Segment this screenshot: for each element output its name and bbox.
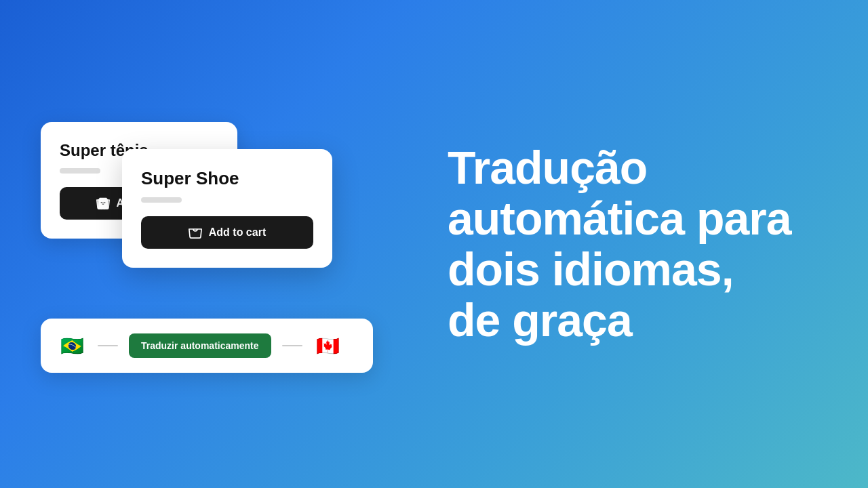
translation-bar: 🇧🇷 Traduzir automaticamente 🇨🇦 <box>41 319 373 373</box>
card-english: Super Shoe Add to cart <box>122 149 332 268</box>
connector-right <box>282 345 302 346</box>
hero-line-2: automática para <box>448 192 791 244</box>
add-to-cart-english-button[interactable]: Add to cart <box>141 216 313 249</box>
cart-icon-english <box>189 226 202 239</box>
add-to-cart-english-label: Add to cart <box>209 226 266 239</box>
hero-text: Tradução automática para dois idiomas, d… <box>448 142 827 345</box>
flag-canada: 🇨🇦 <box>313 331 343 361</box>
hero-line-4: de graça <box>448 294 632 346</box>
hero-line-1: Tradução <box>448 142 647 193</box>
translate-automatically-button[interactable]: Traduzir automaticamente <box>129 333 271 358</box>
flag-brazil: 🇧🇷 <box>57 331 87 361</box>
connector-left <box>98 345 118 346</box>
hero-line-3: dois idiomas, <box>448 243 734 295</box>
card-english-title: Super Shoe <box>141 168 313 189</box>
card-english-placeholder <box>141 197 182 203</box>
left-section: Super tênis Adicionar ao Super Shoe Add … <box>41 102 434 386</box>
right-section: Tradução automática para dois idiomas, d… <box>434 142 827 345</box>
cart-icon-portuguese <box>96 197 110 210</box>
card-portuguese-placeholder <box>60 168 100 174</box>
